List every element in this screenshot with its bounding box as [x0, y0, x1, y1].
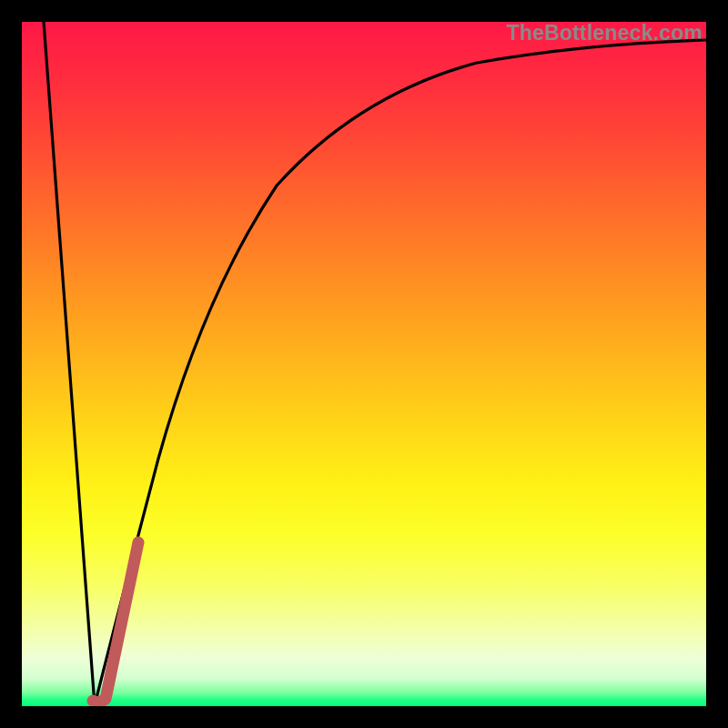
highlight-segment: [93, 542, 138, 703]
curve-layer: [22, 22, 706, 706]
chart-frame: TheBottleneck.com: [0, 0, 728, 728]
bottleneck-curve: [44, 22, 706, 705]
plot-area: TheBottleneck.com: [22, 22, 706, 706]
